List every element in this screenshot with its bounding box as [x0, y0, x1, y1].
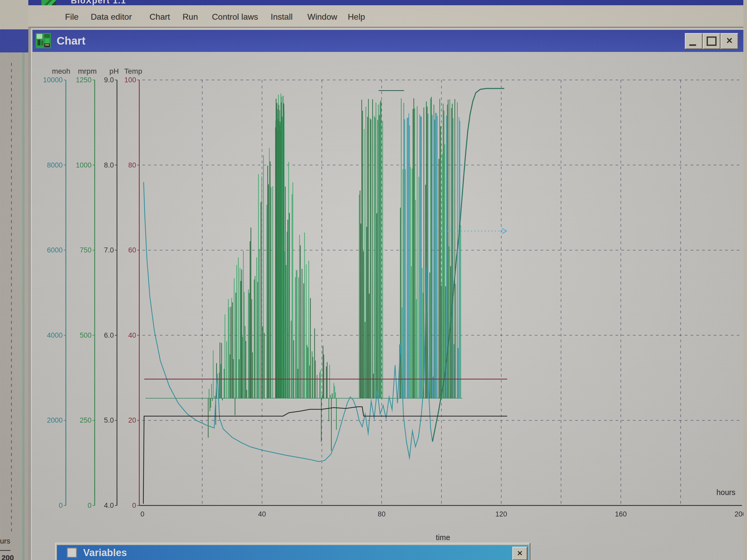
menu-run[interactable]: Run: [183, 12, 198, 22]
main-titlebar[interactable]: BioXpert 1.1: [28, 0, 747, 5]
chart-window-titlebar[interactable]: Chart ×: [32, 30, 744, 52]
x-axis-title: time: [426, 533, 460, 542]
chart-canvas: [32, 52, 744, 560]
variables-title: Variables: [83, 547, 127, 558]
minimize-icon: [689, 44, 696, 46]
axis-label-meoh: meoh: [47, 67, 76, 76]
variables-close-button[interactable]: ×: [512, 546, 527, 560]
menu-bar: File Data editor Chart Run Control laws …: [28, 5, 747, 28]
variables-icon: [67, 548, 77, 558]
menu-control-laws[interactable]: Control laws: [212, 12, 258, 22]
minimize-button[interactable]: [685, 33, 703, 49]
axis-label-temp: Temp: [119, 67, 148, 76]
window-border-highlight: [21, 52, 25, 560]
chart-window-icon: [36, 33, 51, 48]
menu-data-editor[interactable]: Data editor: [91, 12, 132, 22]
axis-label-mrpm: mrpm: [73, 67, 102, 76]
background-hours-label: urs: [0, 537, 10, 545]
x-axis-unit: hours: [691, 488, 736, 497]
app-title: BioXpert 1.1: [71, 0, 126, 5]
background-tick-label: 200: [2, 554, 14, 560]
variables-titlebar[interactable]: Variables ×: [57, 545, 529, 560]
main-window-border: [743, 0, 747, 560]
background-window-menu-area: [0, 0, 28, 29]
background-axis-line: [0, 550, 10, 551]
background-gridline: [11, 63, 12, 535]
chart-window: Chart × meoh mrpm pH Temp time hours: [31, 28, 744, 560]
maximize-button[interactable]: [703, 33, 721, 49]
menu-install[interactable]: Install: [271, 12, 293, 22]
maximize-icon: [706, 36, 717, 46]
background-window-fragment: × urs 200: [0, 0, 28, 560]
menu-window[interactable]: Window: [307, 12, 337, 22]
close-button[interactable]: ×: [721, 33, 738, 49]
chart-window-title: Chart: [57, 35, 85, 47]
app-icon: [42, 0, 56, 5]
main-app-window: BioXpert 1.1 File Data editor Chart Run …: [28, 0, 747, 560]
background-window-titlebar: ×: [0, 29, 28, 52]
variables-window: Variables ×: [55, 543, 530, 560]
menu-help[interactable]: Help: [348, 12, 365, 22]
menu-file[interactable]: File: [65, 12, 79, 22]
menu-chart[interactable]: Chart: [150, 12, 170, 22]
chart-area: meoh mrpm pH Temp time hours: [32, 52, 744, 560]
